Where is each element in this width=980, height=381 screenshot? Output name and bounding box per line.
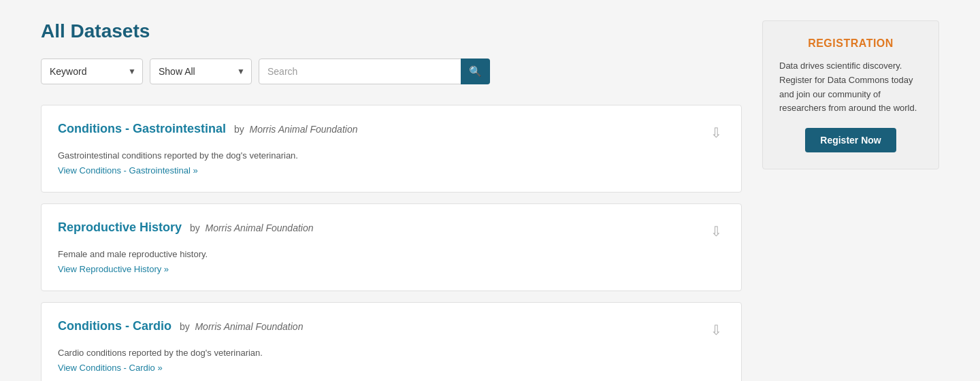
- dataset-view-link[interactable]: View Conditions - Gastrointestinal »: [58, 165, 198, 176]
- page-title: All Datasets: [41, 20, 742, 42]
- dataset-title-block: Conditions - Gastrointestinal by Morris …: [58, 122, 357, 136]
- dataset-title: Reproductive History: [58, 220, 182, 234]
- dataset-title: Conditions - Gastrointestinal: [58, 122, 226, 135]
- registration-title: REGISTRATION: [779, 37, 922, 50]
- main-content: All Datasets Keyword ▼ Show All ▼ 🔍: [41, 20, 742, 381]
- by-label: by: [180, 321, 190, 332]
- register-now-button[interactable]: Register Now: [805, 128, 896, 152]
- search-icon: 🔍: [469, 65, 482, 77]
- download-icon[interactable]: ⇩: [708, 319, 725, 341]
- dataset-title-block: Reproductive History by Morris Animal Fo…: [58, 220, 314, 235]
- search-button[interactable]: 🔍: [461, 59, 490, 84]
- dataset-card-conditions-cardio: Conditions - Cardio by Morris Animal Fou…: [41, 302, 742, 381]
- show-all-select[interactable]: Show All: [150, 59, 252, 84]
- dataset-card-reproductive-history: Reproductive History by Morris Animal Fo…: [41, 203, 742, 291]
- dataset-description: Cardio conditions reported by the dog's …: [58, 348, 725, 358]
- keyword-select[interactable]: Keyword: [41, 59, 143, 84]
- dataset-by: by Morris Animal Foundation: [234, 124, 358, 135]
- dataset-by: by Morris Animal Foundation: [180, 321, 304, 332]
- dataset-title-block: Conditions - Cardio by Morris Animal Fou…: [58, 319, 303, 333]
- datasets-list: Conditions - Gastrointestinal by Morris …: [41, 105, 742, 381]
- dataset-card-header: Reproductive History by Morris Animal Fo…: [58, 220, 725, 242]
- dataset-description: Gastrointestinal conditions reported by …: [58, 150, 725, 161]
- search-wrapper: 🔍: [259, 59, 490, 84]
- download-icon[interactable]: ⇩: [708, 220, 725, 242]
- search-input[interactable]: [259, 59, 490, 84]
- sidebar: REGISTRATION Data drives scientific disc…: [762, 20, 939, 381]
- dataset-description: Female and male reproductive history.: [58, 249, 725, 259]
- registration-box: REGISTRATION Data drives scientific disc…: [762, 20, 939, 169]
- dataset-title: Conditions - Cardio: [58, 319, 172, 333]
- dataset-view-link[interactable]: View Conditions - Cardio »: [58, 363, 163, 373]
- download-icon[interactable]: ⇩: [708, 122, 725, 144]
- dataset-view-link[interactable]: View Reproductive History »: [58, 264, 169, 274]
- by-label: by: [234, 124, 244, 135]
- dataset-by: by Morris Animal Foundation: [190, 222, 314, 233]
- by-label: by: [190, 222, 200, 233]
- keyword-select-wrapper: Keyword ▼: [41, 59, 143, 84]
- registration-text: Data drives scientific discovery. Regist…: [779, 59, 922, 116]
- dataset-card-header: Conditions - Gastrointestinal by Morris …: [58, 122, 725, 144]
- filter-bar: Keyword ▼ Show All ▼ 🔍: [41, 59, 742, 84]
- dataset-card-conditions-gastrointestinal: Conditions - Gastrointestinal by Morris …: [41, 105, 742, 193]
- show-all-select-wrapper: Show All ▼: [150, 59, 252, 84]
- dataset-card-header: Conditions - Cardio by Morris Animal Fou…: [58, 319, 725, 341]
